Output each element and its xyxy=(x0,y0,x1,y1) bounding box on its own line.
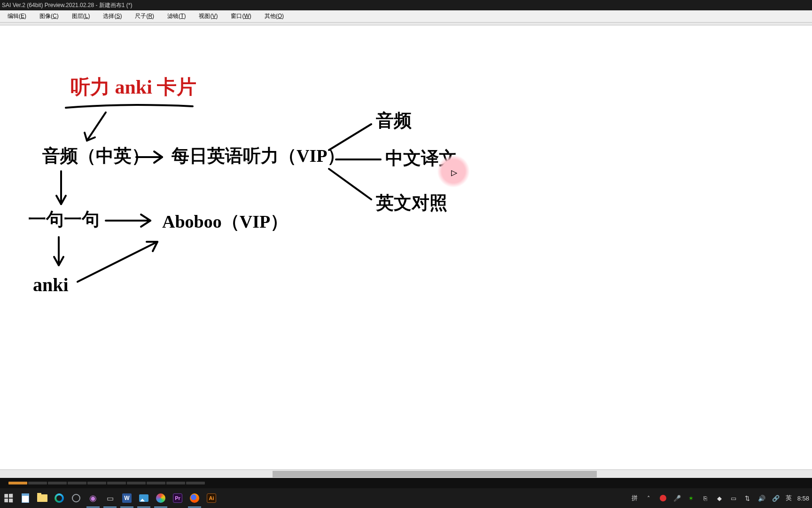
menu-filter[interactable]: 滤镜(T) xyxy=(161,12,192,20)
tray-record-icon[interactable] xyxy=(659,494,667,502)
doc-icon: ▭ xyxy=(107,494,114,503)
scrollbar-thumb[interactable] xyxy=(273,471,597,477)
window-titlebar: SAI Ver.2 (64bit) Preview.2021.02.28 - 新… xyxy=(0,0,812,10)
winstrip-item[interactable] xyxy=(147,482,165,484)
winstrip-item[interactable] xyxy=(107,482,126,484)
firefox-icon xyxy=(190,493,199,503)
winstrip-item[interactable] xyxy=(48,482,67,484)
globe-icon: ◉ xyxy=(89,493,97,503)
folder-icon xyxy=(37,494,47,502)
tray-language[interactable]: 英 xyxy=(786,494,792,502)
taskbar-cortana[interactable] xyxy=(68,489,85,508)
drawing-svg: 听力 anki 卡片 音频（中英） 每日英语听力（VIP） 音频 中文译文 英文… xyxy=(0,25,812,478)
tray-app-icon[interactable]: ◆ xyxy=(715,494,724,502)
menu-image[interactable]: 图像(C) xyxy=(33,12,65,20)
notepad-icon xyxy=(22,493,29,503)
system-tray: 拼 ˄ 🎤 ✶ ⎘ ◆ ▭ ⇅ 🔊 🔗 英 8:58 xyxy=(631,494,812,502)
winstrip-item[interactable] xyxy=(166,482,185,484)
hand-audio-cnen: 音频（中英） xyxy=(42,146,149,166)
menu-edit[interactable]: 编辑(E) xyxy=(1,12,33,20)
menu-window[interactable]: 窗口(W) xyxy=(224,12,258,20)
picture-icon xyxy=(139,494,148,502)
menu-other[interactable]: 其他(O) xyxy=(258,12,290,20)
tray-wechat-icon[interactable]: ✶ xyxy=(687,494,695,502)
tray-wifi-icon[interactable]: ⎘ xyxy=(701,494,710,502)
premiere-icon: Pr xyxy=(173,493,182,503)
taskbar-firefox[interactable] xyxy=(186,489,203,508)
taskbar-premiere[interactable]: Pr xyxy=(169,489,186,508)
window-title-text: SAI Ver.2 (64bit) Preview.2021.02.28 - 新… xyxy=(2,2,132,8)
cortana-icon xyxy=(72,494,80,502)
taskbar-app2[interactable]: ▭ xyxy=(102,489,118,508)
windows-logo-icon xyxy=(4,494,13,503)
menu-layer[interactable]: 图层(L) xyxy=(65,12,97,20)
taskbar-app1[interactable]: ◉ xyxy=(85,489,102,508)
taskbar-sai[interactable] xyxy=(152,489,169,508)
menu-select[interactable]: 选择(S) xyxy=(96,12,128,20)
word-icon: W xyxy=(122,493,132,503)
taskbar-edge[interactable] xyxy=(51,489,68,508)
hand-sentence: 一句一句 xyxy=(28,209,100,229)
taskbar-word[interactable]: W xyxy=(118,489,135,508)
tray-ime-icon[interactable]: 拼 xyxy=(631,494,639,502)
start-button[interactable] xyxy=(0,489,17,508)
hand-anki: anki xyxy=(33,274,69,295)
menu-view[interactable]: 视图(V) xyxy=(192,12,224,20)
sai-icon xyxy=(156,493,165,503)
tray-clock[interactable]: 8:58 xyxy=(797,495,809,502)
hand-aboboo: Aboboo（VIP） xyxy=(162,212,288,231)
taskbar-picture[interactable] xyxy=(135,489,152,508)
winstrip-item[interactable] xyxy=(68,482,86,484)
taskbar: ◉ ▭ W Pr Ai 拼 ˄ 🎤 ✶ ⎘ ◆ ▭ ⇅ 🔊 🔗 英 8:58 xyxy=(0,488,812,508)
tray-network-icon[interactable]: ⇅ xyxy=(743,494,752,502)
illustrator-icon: Ai xyxy=(207,493,216,503)
tray-mic-icon[interactable]: 🎤 xyxy=(673,494,681,502)
menu-ruler[interactable]: 尺子(R) xyxy=(128,12,161,20)
hand-audio: 音频 xyxy=(376,111,412,130)
hand-title: 听力 anki 卡片 xyxy=(70,76,196,98)
hand-daily-eng: 每日英语听力（VIP） xyxy=(171,146,345,166)
winstrip-active[interactable] xyxy=(8,482,27,484)
canvas-area[interactable]: 听力 anki 卡片 音频（中英） 每日英语听力（VIP） 音频 中文译文 英文… xyxy=(0,25,812,478)
cursor-icon: ▷ xyxy=(451,167,456,178)
tray-chevron-up-icon[interactable]: ˄ xyxy=(645,494,653,502)
tray-link-icon[interactable]: 🔗 xyxy=(772,494,780,502)
tray-volume-icon[interactable]: 🔊 xyxy=(757,494,766,502)
taskbar-illustrator[interactable]: Ai xyxy=(203,489,220,508)
winstrip-item[interactable] xyxy=(186,482,205,484)
winstrip-item[interactable] xyxy=(127,482,146,484)
winstrip-item[interactable] xyxy=(87,482,106,484)
horizontal-scrollbar[interactable] xyxy=(0,469,812,478)
hand-en-compare: 英文对照 xyxy=(375,193,447,213)
tray-battery-icon[interactable]: ▭ xyxy=(729,494,738,502)
taskbar-notepad[interactable] xyxy=(17,489,34,508)
edge-icon xyxy=(55,493,64,503)
winstrip-item[interactable] xyxy=(28,482,47,484)
taskbar-explorer[interactable] xyxy=(34,489,51,508)
window-strip xyxy=(0,478,812,488)
menu-bar: 编辑(E) 图像(C) 图层(L) 选择(S) 尺子(R) 滤镜(T) 视图(V… xyxy=(0,10,812,23)
